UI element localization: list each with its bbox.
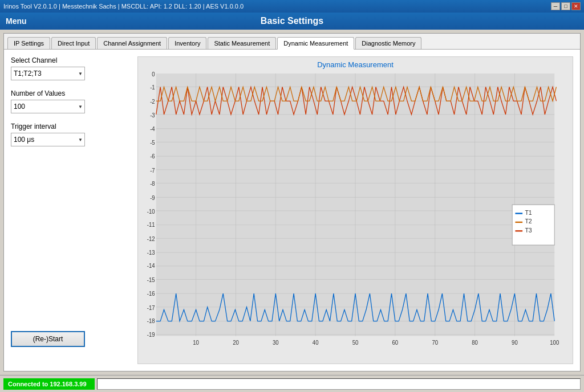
menu-label[interactable]: Menu — [6, 17, 27, 26]
svg-text:0: 0 — [152, 71, 155, 77]
svg-text:-7: -7 — [150, 167, 155, 174]
tab-content-dynamic-measurement: Select Channel T1;T2;T3 T1 T2 T3 Number … — [4, 50, 580, 371]
chart-container: 0 -1 -2 -3 -4 -5 -6 -7 -8 -9 -10 -11 -12… — [138, 70, 573, 360]
close-button[interactable]: ✕ — [571, 2, 581, 10]
svg-text:T2: T2 — [525, 218, 532, 225]
tab-channel-assignment[interactable]: Channel Assignment — [97, 37, 167, 49]
window-title: Irinos Tool V2.0.1.0 | Messtechnik Sachs… — [3, 3, 551, 10]
minimize-button[interactable]: ─ — [551, 2, 560, 10]
svg-text:40: 40 — [313, 340, 319, 346]
svg-text:-2: -2 — [150, 99, 155, 105]
tab-diagnostic-memory[interactable]: Diagnostic Memory — [355, 37, 421, 49]
tab-inventory[interactable]: Inventory — [168, 37, 206, 49]
window-controls: ─ □ ✕ — [551, 2, 581, 10]
svg-text:T3: T3 — [525, 226, 532, 234]
values-label: Number of Values — [11, 89, 131, 97]
svg-text:-11: -11 — [147, 222, 155, 228]
restart-button[interactable]: (Re-)Start — [11, 331, 85, 347]
svg-text:-18: -18 — [147, 318, 155, 325]
svg-text:-14: -14 — [147, 263, 155, 270]
svg-text:-19: -19 — [147, 331, 155, 338]
trigger-label: Trigger interval — [11, 122, 131, 130]
svg-text:30: 30 — [273, 340, 279, 346]
trigger-field-group: Trigger interval 100 μs 200 μs 500 μs 1 … — [11, 122, 131, 146]
tab-ip-settings[interactable]: IP Settings — [7, 37, 50, 49]
svg-text:-5: -5 — [150, 140, 155, 146]
chart-svg: 0 -1 -2 -3 -4 -5 -6 -7 -8 -9 -10 -11 -12… — [138, 70, 573, 360]
trigger-select-wrapper: 100 μs 200 μs 500 μs 1 ms — [11, 133, 85, 146]
svg-text:-6: -6 — [150, 153, 155, 160]
svg-text:20: 20 — [233, 340, 239, 346]
svg-text:10: 10 — [193, 340, 199, 346]
svg-text:-13: -13 — [147, 249, 155, 256]
svg-text:-9: -9 — [150, 195, 155, 202]
svg-rect-62 — [515, 222, 522, 223]
svg-rect-59 — [512, 205, 554, 245]
channel-select[interactable]: T1;T2;T3 T1 T2 T3 — [11, 67, 85, 80]
main-window: IP Settings Direct Input Channel Assignm… — [3, 33, 581, 371]
svg-text:-15: -15 — [147, 277, 155, 284]
chart-area: Dynamic Measurement — [137, 56, 573, 364]
svg-text:70: 70 — [432, 340, 438, 346]
app-title: Basic Settings — [261, 16, 323, 26]
svg-text:100: 100 — [550, 340, 559, 346]
svg-text:-17: -17 — [147, 304, 155, 311]
svg-text:-3: -3 — [150, 112, 155, 119]
svg-text:50: 50 — [352, 340, 359, 346]
channel-field-group: Select Channel T1;T2;T3 T1 T2 T3 — [11, 56, 131, 80]
svg-text:T1: T1 — [525, 209, 532, 216]
tab-bar: IP Settings Direct Input Channel Assignm… — [4, 34, 580, 50]
svg-text:-10: -10 — [147, 208, 155, 215]
tab-static-measurement[interactable]: Static Measurement — [208, 37, 276, 49]
chart-title: Dynamic Measurement — [138, 57, 573, 70]
svg-text:60: 60 — [392, 340, 399, 346]
svg-rect-60 — [515, 213, 522, 214]
svg-text:80: 80 — [472, 340, 478, 346]
svg-text:-4: -4 — [150, 126, 155, 133]
left-panel: Select Channel T1;T2;T3 T1 T2 T3 Number … — [11, 56, 131, 364]
values-select[interactable]: 100 50 200 500 — [11, 100, 85, 113]
channel-label: Select Channel — [11, 56, 131, 64]
values-select-wrapper: 100 50 200 500 — [11, 100, 85, 113]
trigger-select[interactable]: 100 μs 200 μs 500 μs 1 ms — [11, 133, 85, 146]
svg-text:-8: -8 — [150, 181, 155, 187]
svg-text:-1: -1 — [150, 84, 155, 91]
status-bar: Connected to 192.168.3.99 — [0, 375, 584, 392]
status-right-panel — [97, 378, 581, 390]
svg-text:-12: -12 — [147, 236, 155, 243]
channel-select-wrapper: T1;T2;T3 T1 T2 T3 — [11, 67, 85, 80]
svg-rect-64 — [515, 230, 522, 231]
svg-text:90: 90 — [512, 340, 518, 346]
maximize-button[interactable]: □ — [561, 2, 570, 10]
connection-status: Connected to 192.168.3.99 — [3, 378, 95, 390]
title-bar: Irinos Tool V2.0.1.0 | Messtechnik Sachs… — [0, 0, 584, 13]
tab-direct-input[interactable]: Direct Input — [51, 37, 96, 49]
svg-text:-16: -16 — [147, 290, 155, 297]
tab-dynamic-measurement[interactable]: Dynamic Measurement — [277, 37, 354, 50]
menu-bar: Menu Basic Settings — [0, 13, 584, 30]
values-field-group: Number of Values 100 50 200 500 — [11, 89, 131, 113]
